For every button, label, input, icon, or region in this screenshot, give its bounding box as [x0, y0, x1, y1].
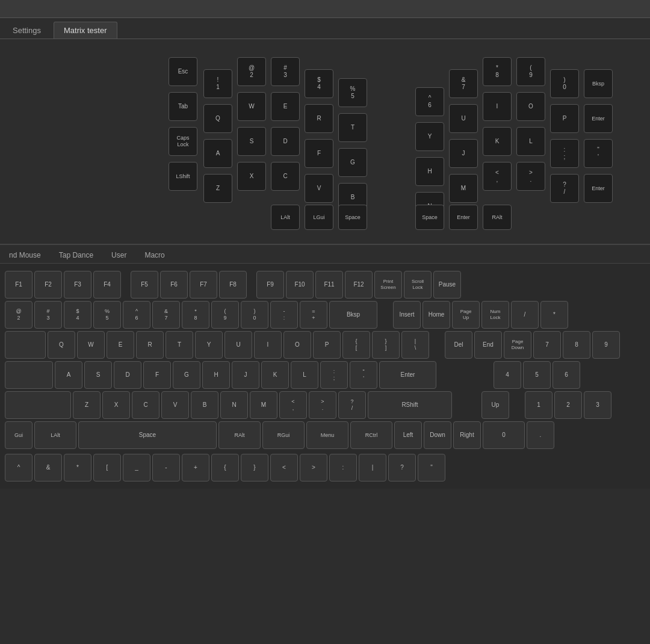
kbd-key-lalt[interactable]: LAlt	[271, 205, 300, 230]
key-numpad-6[interactable]: 6	[552, 361, 580, 389]
kbd-key-a[interactable]: A	[203, 139, 232, 168]
key-numpad-0[interactable]: 0	[483, 421, 525, 449]
key-extra-star[interactable]: *	[64, 454, 91, 481]
key-l[interactable]: L	[291, 361, 318, 389]
key-numpad-star[interactable]: *	[540, 301, 568, 329]
key-scroll-lock[interactable]: ScrollLock	[404, 271, 432, 299]
kbd-key-l[interactable]: L	[516, 127, 545, 156]
key-rgui[interactable]: RGui	[262, 421, 305, 449]
kbd-key-v[interactable]: V	[305, 174, 333, 203]
key-ralt[interactable]: RAlt	[218, 421, 261, 449]
key-num-lock[interactable]: NumLock	[481, 301, 509, 329]
kbd-key-enter-thumb[interactable]: Enter	[449, 205, 478, 230]
key-extra-question[interactable]: ?	[388, 454, 416, 481]
key-k[interactable]: K	[261, 361, 289, 389]
bottom-tab-mouse[interactable]: nd Mouse	[0, 247, 50, 263]
kbd-key-k[interactable]: K	[483, 127, 512, 156]
kbd-key-9[interactable]: (9	[516, 57, 545, 86]
key-w[interactable]: W	[77, 331, 105, 359]
key-f7[interactable]: F7	[190, 271, 217, 299]
kbd-key-g[interactable]: G	[338, 148, 367, 177]
kbd-key-0[interactable]: )0	[550, 69, 579, 98]
key-extra-amp[interactable]: &	[34, 454, 62, 481]
key-comma[interactable]: <,	[279, 391, 307, 419]
key-q[interactable]: Q	[48, 331, 75, 359]
kbd-key-lgui[interactable]: LGui	[305, 205, 333, 230]
kbd-key-6[interactable]: ^6	[415, 87, 444, 116]
kbd-key-space-left[interactable]: Space	[338, 205, 367, 230]
kbd-key-p[interactable]: P	[550, 104, 579, 133]
kbd-key-quote[interactable]: "'	[584, 139, 613, 168]
key-extra-pipe[interactable]: |	[359, 454, 386, 481]
key-page-up[interactable]: PageUp	[452, 301, 480, 329]
bottom-tab-tapdance[interactable]: Tap Dance	[50, 247, 102, 263]
kbd-key-j[interactable]: J	[449, 139, 478, 168]
kbd-key-q[interactable]: Q	[203, 104, 232, 133]
key-i[interactable]: I	[254, 331, 282, 359]
kbd-key-s[interactable]: S	[237, 127, 266, 156]
key-j[interactable]: J	[232, 361, 259, 389]
key-f[interactable]: F	[143, 361, 171, 389]
key-x[interactable]: X	[102, 391, 130, 419]
key-end[interactable]: End	[474, 331, 502, 359]
key-left[interactable]: Left	[394, 421, 422, 449]
bottom-tab-user[interactable]: User	[102, 247, 135, 263]
key-print-screen[interactable]: PrintScreen	[374, 271, 402, 299]
key-f10[interactable]: F10	[286, 271, 314, 299]
key-b[interactable]: B	[191, 391, 218, 419]
key-rshift[interactable]: RShift	[368, 391, 452, 419]
kbd-key-period[interactable]: >.	[516, 162, 545, 191]
key-m[interactable]: M	[250, 391, 277, 419]
kbd-key-5[interactable]: %5	[338, 78, 367, 107]
kbd-key-enter-bot[interactable]: Enter	[584, 174, 613, 203]
kbd-key-enter-right[interactable]: Enter	[584, 104, 613, 133]
key-menu[interactable]: Menu	[306, 421, 348, 449]
kbd-key-i[interactable]: I	[483, 92, 512, 121]
key-semicolon[interactable]: :;	[320, 361, 348, 389]
kbd-key-comma[interactable]: <,	[483, 162, 512, 191]
key-extra-lbracket[interactable]: [	[93, 454, 121, 481]
kbd-key-ralt[interactable]: RAlt	[483, 205, 512, 230]
key-extra-minus[interactable]: -	[152, 454, 180, 481]
key-num3[interactable]: %5	[93, 301, 121, 329]
kbd-key-1[interactable]: !1	[203, 69, 232, 98]
kbd-key-4[interactable]: $4	[305, 69, 333, 98]
kbd-key-d[interactable]: D	[271, 127, 300, 156]
key-numpad-5[interactable]: 5	[523, 361, 551, 389]
kbd-key-u[interactable]: U	[449, 104, 478, 133]
key-f12[interactable]: F12	[345, 271, 373, 299]
key-extra-gt[interactable]: >	[300, 454, 327, 481]
kbd-key-y[interactable]: Y	[415, 122, 444, 151]
kbd-key-r[interactable]: R	[305, 104, 333, 133]
key-numpad-dot[interactable]: .	[527, 421, 554, 449]
kbd-key-h[interactable]: H	[415, 157, 444, 186]
key-quote[interactable]: "'	[350, 361, 377, 389]
key-space[interactable]: Space	[78, 421, 217, 449]
key-page-down[interactable]: PageDown	[504, 331, 531, 359]
key-num8[interactable]: )0	[241, 301, 268, 329]
key-numpad-4[interactable]: 4	[494, 361, 521, 389]
kbd-key-x[interactable]: X	[237, 162, 266, 191]
key-numpad-1[interactable]: 1	[525, 391, 552, 419]
key-g[interactable]: G	[173, 361, 200, 389]
key-n[interactable]: N	[220, 391, 248, 419]
key-enter-main[interactable]: Enter	[379, 361, 436, 389]
key-del[interactable]: Del	[445, 331, 472, 359]
key-f9[interactable]: F9	[256, 271, 284, 299]
key-num4[interactable]: ^6	[123, 301, 150, 329]
key-v[interactable]: V	[161, 391, 189, 419]
key-r[interactable]: R	[136, 331, 164, 359]
kbd-key-m[interactable]: M	[449, 174, 478, 203]
key-numpad-2[interactable]: 2	[554, 391, 582, 419]
tab-matrix-tester[interactable]: Matrix tester	[54, 22, 117, 39]
kbd-key-3[interactable]: #3	[271, 57, 300, 86]
kbd-key-e[interactable]: E	[271, 92, 300, 121]
key-slash[interactable]: ?/	[338, 391, 366, 419]
key-num7[interactable]: (9	[211, 301, 239, 329]
key-u[interactable]: U	[224, 331, 252, 359]
key-f6[interactable]: F6	[160, 271, 188, 299]
kbd-key-semicolon[interactable]: :;	[550, 139, 579, 168]
kbd-key-o[interactable]: O	[516, 92, 545, 121]
key-s[interactable]: S	[84, 361, 112, 389]
key-e[interactable]: E	[107, 331, 134, 359]
